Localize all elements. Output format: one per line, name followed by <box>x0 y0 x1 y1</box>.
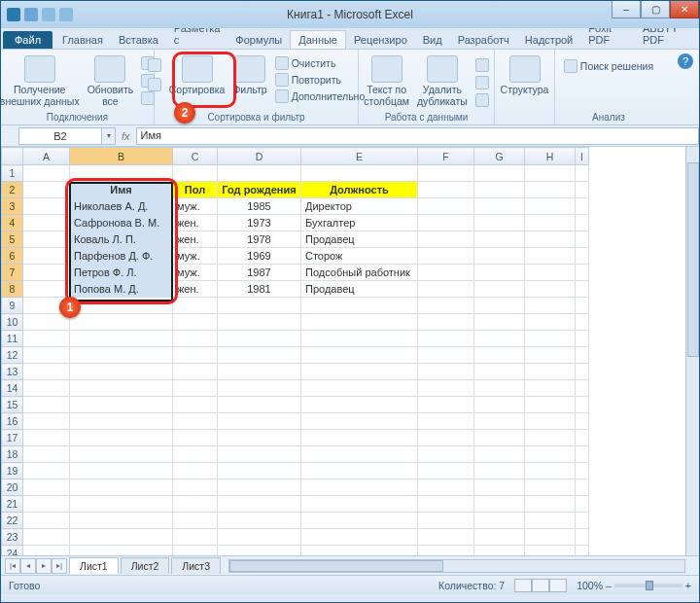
cell-B4[interactable]: Сафронова В. М. <box>70 215 173 231</box>
undo-icon[interactable] <box>42 8 55 21</box>
row-header[interactable]: 24 <box>2 546 23 556</box>
col-header-C[interactable]: C <box>173 148 218 165</box>
sort-za-button[interactable] <box>146 77 163 92</box>
cell-D6[interactable]: 1969 <box>218 248 301 265</box>
cell-B8[interactable]: Попова М. Д. <box>70 281 173 298</box>
zoom-out-button[interactable]: – <box>606 580 612 591</box>
cell-B7[interactable]: Петров Ф. Л. <box>70 265 173 281</box>
row-header[interactable]: 2 <box>2 182 23 198</box>
row-header[interactable]: 5 <box>2 231 23 248</box>
text-to-columns-button[interactable]: Текст по столбцам <box>362 53 411 109</box>
tab-data[interactable]: Данные <box>290 30 346 49</box>
cell-E2[interactable]: Должность <box>301 182 418 198</box>
outline-button[interactable]: Структура <box>499 53 551 98</box>
row-header[interactable]: 9 <box>2 298 23 314</box>
col-header-A[interactable]: A <box>23 148 70 165</box>
filter-button[interactable]: Фильтр <box>230 53 268 104</box>
tab-review[interactable]: Рецензиро <box>346 31 415 49</box>
get-external-data-button[interactable]: Получение внешних данных <box>0 53 82 109</box>
name-box-dropdown[interactable]: ▾ <box>102 127 116 145</box>
cell-C8[interactable]: жен. <box>173 281 218 298</box>
cell-D4[interactable]: 1973 <box>218 215 301 231</box>
row-header[interactable]: 14 <box>2 380 23 397</box>
select-all-corner[interactable] <box>2 148 23 165</box>
tab-view[interactable]: Вид <box>415 31 450 49</box>
save-icon[interactable] <box>24 8 38 21</box>
row-header[interactable]: 19 <box>2 463 23 479</box>
cell-E6[interactable]: Сторож <box>301 248 418 265</box>
row-header[interactable]: 1 <box>2 165 23 182</box>
tab-formulas[interactable]: Формулы <box>228 31 290 49</box>
sort-az-button[interactable] <box>146 57 163 73</box>
tab-file[interactable]: Файл <box>3 31 52 49</box>
view-page-layout-button[interactable] <box>532 579 549 592</box>
close-button[interactable]: ✕ <box>670 1 699 18</box>
view-page-break-button[interactable] <box>549 579 567 592</box>
cell-D3[interactable]: 1985 <box>218 198 301 215</box>
row-header[interactable]: 13 <box>2 364 23 380</box>
vertical-scrollbar[interactable] <box>685 147 699 555</box>
reapply-filter-button[interactable]: Повторить <box>273 72 368 88</box>
cell-D8[interactable]: 1981 <box>218 281 301 298</box>
row-header[interactable]: 15 <box>2 397 23 413</box>
tab-insert[interactable]: Вставка <box>111 31 166 49</box>
name-box[interactable]: B2 <box>18 127 102 145</box>
row-header[interactable]: 21 <box>2 496 23 513</box>
worksheet-area[interactable]: A B C D E F G H I 1 2 Имя Пол Год рожден… <box>1 147 699 555</box>
zoom-slider[interactable] <box>614 584 682 587</box>
tab-addins[interactable]: Надстрой <box>517 31 580 49</box>
row-header[interactable]: 10 <box>2 314 23 331</box>
row-header[interactable]: 20 <box>2 479 23 496</box>
sheet-nav-last[interactable]: ▸| <box>52 558 67 574</box>
col-header-G[interactable]: G <box>474 148 525 165</box>
row-header[interactable]: 11 <box>2 331 23 347</box>
cell-grid[interactable]: A B C D E F G H I 1 2 Имя Пол Год рожден… <box>1 147 589 555</box>
clear-filter-button[interactable]: Очистить <box>273 55 368 71</box>
sort-button[interactable]: Сортировка <box>167 53 228 104</box>
cell-E7[interactable]: Подсобный работник <box>301 265 418 281</box>
view-normal-button[interactable] <box>514 579 532 592</box>
zoom-in-button[interactable]: + <box>685 580 691 591</box>
cell-B5[interactable]: Коваль Л. П. <box>70 231 173 248</box>
redo-icon[interactable] <box>59 8 73 21</box>
cell-B2[interactable]: Имя <box>70 182 173 198</box>
vscroll-thumb[interactable] <box>687 162 699 357</box>
row-header[interactable]: 7 <box>2 265 23 281</box>
col-header-I[interactable]: I <box>576 148 589 165</box>
row-header[interactable]: 4 <box>2 215 23 231</box>
sheet-nav-next[interactable]: ▸ <box>36 558 52 574</box>
cell-E4[interactable]: Бухгалтер <box>301 215 418 231</box>
cell-C6[interactable]: муж. <box>173 248 218 265</box>
col-header-F[interactable]: F <box>418 148 474 165</box>
sheet-nav-prev[interactable]: ◂ <box>20 558 36 574</box>
row-header[interactable]: 22 <box>2 513 23 529</box>
horizontal-scrollbar[interactable] <box>228 559 685 573</box>
sheet-tab-2[interactable]: Лист2 <box>121 557 170 574</box>
tab-home[interactable]: Главная <box>54 31 111 49</box>
row-header[interactable]: 3 <box>2 198 23 215</box>
solver-button[interactable]: Поиск решения <box>562 53 655 74</box>
col-header-H[interactable]: H <box>525 148 576 165</box>
cell-D7[interactable]: 1987 <box>218 265 301 281</box>
row-header[interactable]: 18 <box>2 446 23 463</box>
row-header[interactable]: 6 <box>2 248 23 265</box>
fx-icon[interactable]: fx <box>122 130 130 142</box>
sheet-tab-1[interactable]: Лист1 <box>69 557 119 574</box>
col-header-D[interactable]: D <box>218 148 301 165</box>
hscroll-thumb[interactable] <box>229 560 443 572</box>
row-header[interactable]: 8 <box>2 281 23 298</box>
cell-D5[interactable]: 1978 <box>218 231 301 248</box>
cell-E8[interactable]: Продавец <box>301 281 418 298</box>
remove-duplicates-button[interactable]: Удалить дубликаты <box>415 53 470 109</box>
whatif-button[interactable] <box>473 92 491 108</box>
cell-C5[interactable]: жен. <box>173 231 218 248</box>
row-header[interactable]: 12 <box>2 347 23 364</box>
cell-C3[interactable]: муж. <box>173 198 218 215</box>
help-icon[interactable]: ? <box>678 53 693 69</box>
cell-D2[interactable]: Год рождения <box>218 182 301 198</box>
formula-bar[interactable]: Имя <box>136 127 699 145</box>
row-header[interactable]: 16 <box>2 413 23 430</box>
row-header[interactable]: 23 <box>2 529 23 546</box>
minimize-button[interactable]: – <box>612 1 641 18</box>
maximize-button[interactable]: ▢ <box>641 1 670 18</box>
